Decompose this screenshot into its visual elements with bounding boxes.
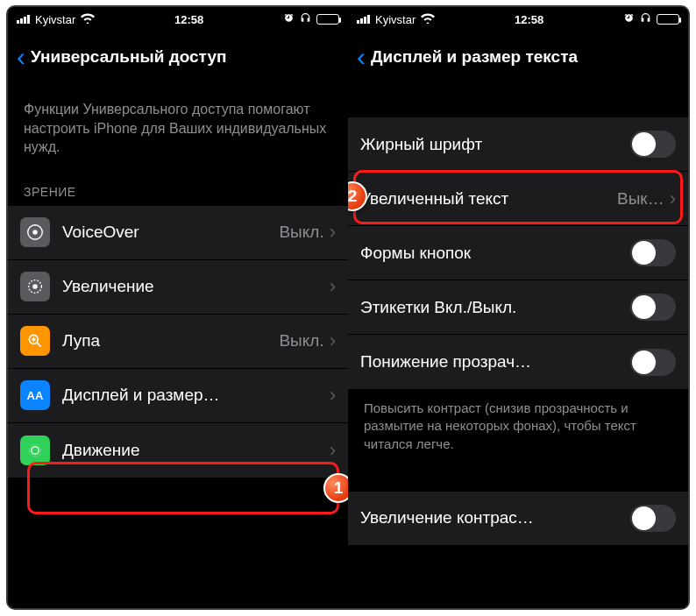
clock: 12:58 bbox=[95, 13, 283, 26]
content-area: Жирный шрифт Увеличенный текст Вык… › Фо… bbox=[348, 82, 688, 546]
row-value: Выкл. bbox=[279, 331, 323, 350]
screen-accessibility: Kyivstar 12:58 ‹ Универсальный доступ bbox=[8, 7, 348, 608]
carrier-label: Kyivstar bbox=[35, 13, 75, 26]
footer-note: Повысить контраст (снизив прозрачность и… bbox=[348, 389, 688, 464]
status-bar: Kyivstar 12:58 bbox=[348, 7, 688, 32]
signal-icon bbox=[357, 15, 370, 24]
intro-text: Функции Универсального доступа помогают … bbox=[8, 100, 348, 174]
row-value: Вык… bbox=[515, 189, 664, 209]
row-label: Понижение прозрач… bbox=[360, 352, 630, 372]
back-button[interactable]: ‹ bbox=[357, 44, 366, 70]
badge-1: 1 bbox=[323, 473, 348, 503]
chevron-icon: › bbox=[330, 329, 336, 352]
row-display-text-size[interactable]: AA Дисплей и размер… › bbox=[8, 369, 348, 423]
toggle-switch[interactable] bbox=[630, 294, 676, 321]
svg-line-5 bbox=[37, 343, 41, 347]
wifi-icon bbox=[421, 13, 435, 26]
svg-point-1 bbox=[32, 230, 38, 236]
content-area: Функции Универсального доступа помогают … bbox=[8, 82, 348, 478]
wifi-icon bbox=[81, 13, 95, 26]
row-label: Формы кнопок bbox=[360, 244, 630, 263]
svg-point-3 bbox=[32, 285, 38, 290]
row-on-off-labels[interactable]: Этикетки Вкл./Выкл. bbox=[348, 280, 688, 335]
voiceover-icon bbox=[20, 217, 50, 247]
battery-icon bbox=[657, 14, 679, 25]
row-label: Этикетки Вкл./Выкл. bbox=[360, 298, 630, 317]
nav-bar: ‹ Универсальный доступ bbox=[8, 32, 348, 82]
motion-icon bbox=[20, 435, 50, 465]
back-button[interactable]: ‹ bbox=[17, 44, 25, 70]
chevron-icon: › bbox=[330, 275, 336, 298]
svg-point-8 bbox=[32, 447, 39, 454]
row-value: Выкл. bbox=[279, 223, 323, 242]
row-reduce-transparency[interactable]: Понижение прозрач… bbox=[348, 335, 688, 389]
row-label: Увеличенный текст bbox=[360, 189, 508, 209]
row-label: Жирный шрифт bbox=[360, 135, 630, 154]
nav-bar: ‹ Дисплей и размер текста bbox=[348, 32, 688, 82]
status-bar: Kyivstar 12:58 bbox=[8, 7, 348, 32]
badge-number: 2 bbox=[348, 187, 357, 206]
row-label: Движение bbox=[62, 441, 330, 460]
row-label: Увеличение bbox=[62, 277, 330, 296]
row-motion[interactable]: Движение › bbox=[8, 423, 348, 478]
toggle-switch[interactable] bbox=[630, 131, 676, 158]
row-button-shapes[interactable]: Формы кнопок bbox=[348, 226, 688, 280]
battery-icon bbox=[316, 14, 339, 25]
clock: 12:58 bbox=[435, 13, 623, 26]
headphones-icon bbox=[640, 12, 651, 26]
chevron-icon: › bbox=[670, 188, 676, 210]
carrier-label: Kyivstar bbox=[375, 13, 415, 26]
signal-icon bbox=[17, 15, 30, 24]
magnifier-icon bbox=[20, 326, 50, 356]
zoom-icon bbox=[20, 272, 50, 301]
toggle-switch[interactable] bbox=[630, 505, 676, 532]
nav-title: Универсальный доступ bbox=[31, 47, 226, 67]
section-header-vision: ЗРЕНИЕ bbox=[8, 174, 348, 206]
chevron-icon: › bbox=[330, 384, 336, 407]
row-magnifier[interactable]: Лупа Выкл. › bbox=[8, 315, 348, 369]
headphones-icon bbox=[300, 12, 311, 26]
row-larger-text[interactable]: Увеличенный текст Вык… › bbox=[348, 172, 688, 226]
screen-display-text: Kyivstar 12:58 ‹ Дисплей и размер текста bbox=[348, 7, 688, 608]
row-voiceover[interactable]: VoiceOver Выкл. › bbox=[8, 206, 348, 260]
display-text-icon: AA bbox=[20, 380, 50, 410]
tutorial-frame: Kyivstar 12:58 ‹ Универсальный доступ bbox=[6, 5, 690, 610]
nav-title: Дисплей и размер текста bbox=[371, 47, 578, 67]
row-bold-text[interactable]: Жирный шрифт bbox=[348, 117, 688, 172]
chevron-icon: › bbox=[330, 221, 336, 244]
toggle-switch[interactable] bbox=[630, 239, 676, 266]
toggle-switch[interactable] bbox=[630, 349, 676, 376]
row-label: Дисплей и размер… bbox=[62, 386, 330, 405]
row-label: Лупа bbox=[62, 331, 279, 350]
alarm-icon bbox=[623, 12, 635, 26]
row-label: Увеличение контрас… bbox=[360, 508, 630, 527]
row-increase-contrast[interactable]: Увеличение контрас… bbox=[348, 492, 688, 546]
badge-number: 1 bbox=[334, 478, 344, 498]
chevron-icon: › bbox=[330, 439, 336, 462]
alarm-icon bbox=[283, 12, 295, 26]
row-label: VoiceOver bbox=[62, 223, 279, 242]
row-zoom[interactable]: Увеличение › bbox=[8, 260, 348, 315]
